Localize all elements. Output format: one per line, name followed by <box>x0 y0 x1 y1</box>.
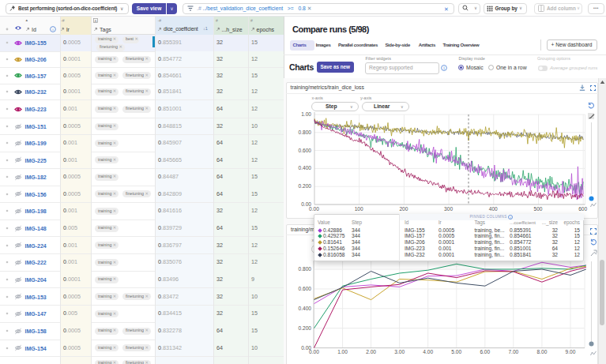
svg-text:i: i <box>443 66 445 70</box>
svg-text:i: i <box>52 28 54 32</box>
svg-text:A: A <box>95 19 97 23</box>
